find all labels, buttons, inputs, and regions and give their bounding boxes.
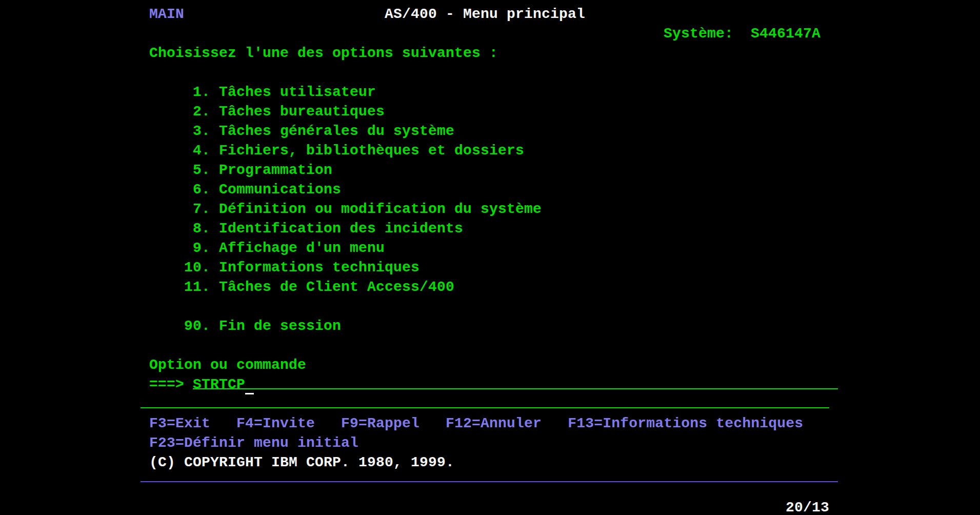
function-keys-line2[interactable]: F23=Définir menu initial: [149, 433, 358, 453]
command-input-value[interactable]: STRTCP: [193, 375, 245, 394]
menu-item[interactable]: 8. Identification des incidents: [184, 219, 463, 239]
text-cursor: [245, 393, 254, 394]
menu-item[interactable]: 5. Programmation: [184, 161, 332, 180]
function-keys-line1[interactable]: F3=Exit F4=Invite F9=Rappel F12=Annuler …: [149, 414, 803, 433]
copyright-text: (C) COPYRIGHT IBM CORP. 1980, 1999.: [149, 453, 454, 472]
menu-item[interactable]: 1. Tâches utilisateur: [184, 83, 376, 102]
menu-item[interactable]: 10. Informations techniques: [184, 258, 419, 278]
menu-item[interactable]: 4. Fichiers, bibliothèques et dossiers: [184, 141, 524, 161]
menu-item[interactable]: 6. Communications: [184, 180, 341, 200]
menu-name: MAIN: [149, 5, 184, 24]
menu-item[interactable]: 11. Tâches de Client Access/400: [184, 278, 454, 297]
screen-title: AS/400 - Menu principal: [385, 5, 585, 24]
menu-item[interactable]: 3. Tâches générales du système: [184, 122, 454, 141]
menu-item[interactable]: 9. Affichage d'un menu: [184, 239, 385, 258]
menu-item[interactable]: 7. Définition ou modification du système: [184, 200, 542, 219]
menu-item[interactable]: 2. Tâches bureautiques: [184, 102, 385, 122]
oia-separator-line: [141, 481, 838, 482]
cursor-position-indicator: 20/13: [786, 498, 829, 515]
instruction-text: Choisissez l'une des options suivantes :: [149, 44, 498, 63]
menu-item[interactable]: 90. Fin de session: [184, 316, 341, 336]
system-label: Système:: [664, 24, 733, 44]
command-input-field[interactable]: [193, 388, 838, 389]
system-value: S446147A: [751, 24, 821, 44]
command-arrow: ===>: [149, 375, 184, 394]
terminal-screen[interactable]: MAIN AS/400 - Menu principal Système: S4…: [0, 0, 980, 515]
command-continuation-field[interactable]: [141, 407, 829, 408]
command-prompt-label: Option ou commande: [149, 355, 306, 375]
